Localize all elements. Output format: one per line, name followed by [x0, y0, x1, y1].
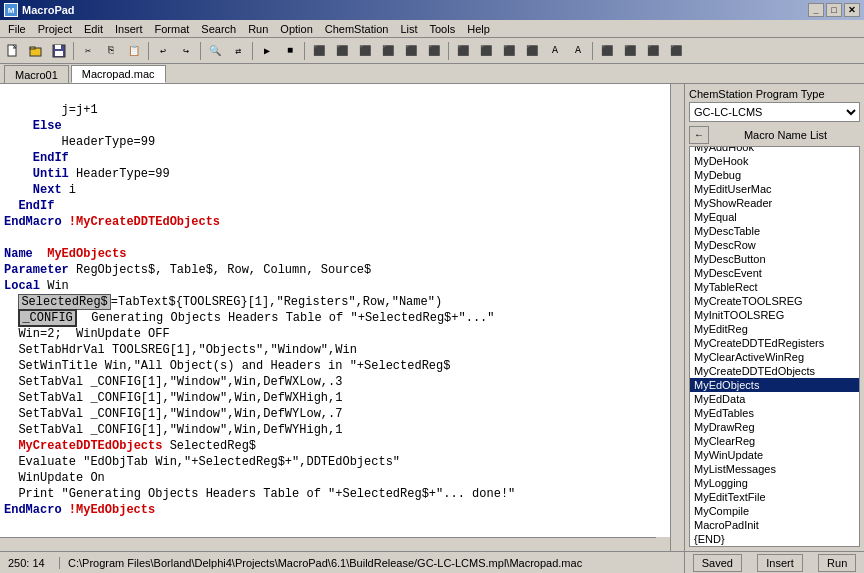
macro-list-item[interactable]: MyCreateDDTEdObjects: [690, 364, 859, 378]
tb-btn-21[interactable]: ⬛: [665, 40, 687, 62]
menu-run[interactable]: Run: [242, 22, 274, 36]
macro-list-item[interactable]: MyEdObjects: [690, 378, 859, 392]
close-button[interactable]: ✕: [844, 3, 860, 17]
macro-list-item[interactable]: MyCompile: [690, 504, 859, 518]
macro-list-item[interactable]: MyEdData: [690, 392, 859, 406]
tb-btn-8[interactable]: ⬛: [354, 40, 376, 62]
tb-btn-10[interactable]: ⬛: [400, 40, 422, 62]
run-button[interactable]: ▶: [256, 40, 278, 62]
program-type-select[interactable]: GC-LC-LCMS: [689, 102, 860, 122]
menu-insert[interactable]: Insert: [109, 22, 149, 36]
tb-btn-13[interactable]: ⬛: [475, 40, 497, 62]
macro-list-item[interactable]: MyDescButton: [690, 252, 859, 266]
macro-prev-button[interactable]: ←: [689, 126, 709, 144]
cut-button[interactable]: ✂: [77, 40, 99, 62]
macro-list-item[interactable]: MyDescRow: [690, 238, 859, 252]
macro-list-item[interactable]: MyLogging: [690, 476, 859, 490]
undo-button[interactable]: ↩: [152, 40, 174, 62]
saved-button[interactable]: Saved: [693, 554, 742, 572]
tb-btn-15[interactable]: ⬛: [521, 40, 543, 62]
tab-macro01[interactable]: Macro01: [4, 65, 69, 83]
redo-button[interactable]: ↪: [175, 40, 197, 62]
title-bar: M MacroPad _ □ ✕: [0, 0, 864, 20]
scrollbar-h[interactable]: [0, 537, 656, 551]
replace-button[interactable]: ⇄: [227, 40, 249, 62]
editor-wrapper: j=j+1 Else HeaderType=99 EndIf Until Hea…: [0, 84, 684, 551]
macro-list-item[interactable]: MyWinUpdate: [690, 448, 859, 462]
open-button[interactable]: [25, 40, 47, 62]
stop-button[interactable]: ■: [279, 40, 301, 62]
new-button[interactable]: [2, 40, 24, 62]
tb-btn-18[interactable]: ⬛: [596, 40, 618, 62]
editor-bottom: [0, 537, 670, 551]
macro-list-item[interactable]: MyListMessages: [690, 462, 859, 476]
tb-btn-14[interactable]: ⬛: [498, 40, 520, 62]
toolbar-separator-3: [200, 42, 201, 60]
menu-chemstation[interactable]: ChemStation: [319, 22, 395, 36]
find-button[interactable]: 🔍: [204, 40, 226, 62]
status-bar: 250: 14 C:\Program Files\Borland\Delphi4…: [0, 551, 864, 573]
status-left: 250: 14 C:\Program Files\Borland\Delphi4…: [0, 557, 684, 569]
macro-list-item[interactable]: MyEditUserMac: [690, 182, 859, 196]
menu-option[interactable]: Option: [274, 22, 318, 36]
macro-list-item[interactable]: MyDescTable: [690, 224, 859, 238]
menu-help[interactable]: Help: [461, 22, 496, 36]
minimize-button[interactable]: _: [808, 3, 824, 17]
macro-list-item[interactable]: MyEditReg: [690, 322, 859, 336]
title-controls[interactable]: _ □ ✕: [808, 3, 860, 17]
macro-list-item[interactable]: MyInitTOOLSREG: [690, 308, 859, 322]
macro-list-item[interactable]: MyCreateDDTEdRegisters: [690, 336, 859, 350]
run-status-button[interactable]: Run: [818, 554, 856, 572]
macro-list-item[interactable]: MyDescEvent: [690, 266, 859, 280]
tb-btn-16[interactable]: A: [544, 40, 566, 62]
tb-btn-20[interactable]: ⬛: [642, 40, 664, 62]
macro-list-item[interactable]: MyTableRect: [690, 280, 859, 294]
macro-list-label: Macro Name List: [711, 129, 860, 141]
macro-list-item[interactable]: MyAddHook: [690, 146, 859, 154]
macro-list[interactable]: {BEGIN}MyAddHookMyDeHookMyDebugMyEditUse…: [689, 146, 860, 547]
macro-list-item[interactable]: MyShowReader: [690, 196, 859, 210]
toolbar: ✂ ⎘ 📋 ↩ ↪ 🔍 ⇄ ▶ ■ ⬛ ⬛ ⬛ ⬛ ⬛ ⬛ ⬛ ⬛ ⬛ ⬛ A …: [0, 38, 864, 64]
menu-tools[interactable]: Tools: [424, 22, 462, 36]
toolbar-separator-1: [73, 42, 74, 60]
macro-list-item[interactable]: MacroPadInit: [690, 518, 859, 532]
menu-list[interactable]: List: [394, 22, 423, 36]
macro-list-item[interactable]: MyEqual: [690, 210, 859, 224]
scroll-corner: [656, 537, 670, 551]
svg-rect-5: [55, 51, 63, 56]
maximize-button[interactable]: □: [826, 3, 842, 17]
macro-list-item[interactable]: MyEditTextFile: [690, 490, 859, 504]
menu-project[interactable]: Project: [32, 22, 78, 36]
toolbar-separator-6: [448, 42, 449, 60]
macro-list-item[interactable]: MyClearActiveWinReg: [690, 350, 859, 364]
save-button[interactable]: [48, 40, 70, 62]
menu-search[interactable]: Search: [195, 22, 242, 36]
menu-file[interactable]: File: [2, 22, 32, 36]
editor-scroll[interactable]: j=j+1 Else HeaderType=99 EndIf Until Hea…: [0, 84, 670, 537]
insert-button[interactable]: Insert: [757, 554, 803, 572]
tb-btn-6[interactable]: ⬛: [308, 40, 330, 62]
tb-btn-12[interactable]: ⬛: [452, 40, 474, 62]
toolbar-separator-7: [592, 42, 593, 60]
macro-list-item[interactable]: MyDrawReg: [690, 420, 859, 434]
macro-list-item[interactable]: MyEdTables: [690, 406, 859, 420]
tab-macropad[interactable]: Macropad.mac: [71, 65, 166, 83]
tb-btn-7[interactable]: ⬛: [331, 40, 353, 62]
menu-edit[interactable]: Edit: [78, 22, 109, 36]
status-right: Saved Insert Run: [684, 552, 864, 573]
macro-list-item[interactable]: MyDeHook: [690, 154, 859, 168]
tb-btn-9[interactable]: ⬛: [377, 40, 399, 62]
menu-format[interactable]: Format: [148, 22, 195, 36]
tb-btn-19[interactable]: ⬛: [619, 40, 641, 62]
status-path: C:\Program Files\Borland\Delphi4\Project…: [60, 557, 684, 569]
copy-button[interactable]: ⎘: [100, 40, 122, 62]
tb-btn-17[interactable]: A: [567, 40, 589, 62]
macro-list-item[interactable]: {END}: [690, 532, 859, 546]
macro-list-item[interactable]: MyCreateTOOLSREG: [690, 294, 859, 308]
macro-list-item[interactable]: MyDebug: [690, 168, 859, 182]
tb-btn-11[interactable]: ⬛: [423, 40, 445, 62]
macro-list-item[interactable]: MyClearReg: [690, 434, 859, 448]
scrollbar-v[interactable]: [670, 84, 684, 551]
editor-main: j=j+1 Else HeaderType=99 EndIf Until Hea…: [0, 84, 670, 551]
paste-button[interactable]: 📋: [123, 40, 145, 62]
